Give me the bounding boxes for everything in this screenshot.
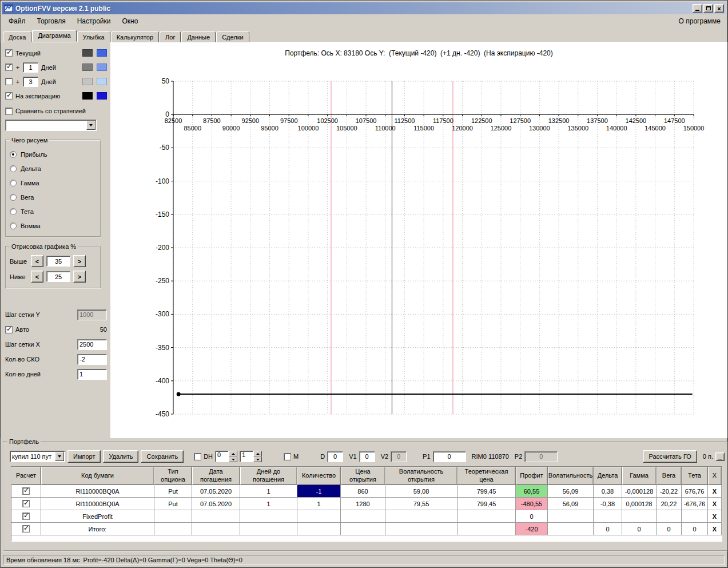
dh-checkbox[interactable]	[194, 453, 201, 460]
auto-label: Авто	[15, 326, 81, 333]
above-decrease-button[interactable]: <	[31, 255, 43, 267]
menu-settings[interactable]: Настройки	[71, 15, 117, 27]
tab-data[interactable]: Данные	[181, 31, 216, 42]
menu-file[interactable]: Файл	[3, 15, 31, 27]
spin-up-icon[interactable]	[253, 451, 262, 456]
sko-count-input[interactable]	[77, 354, 107, 365]
series-plus1-days-input[interactable]	[23, 62, 38, 73]
row-calc-checkbox-cell[interactable]	[11, 523, 41, 535]
menu-bar: ФайлТорговляНастройкиОкно О программе	[1, 14, 727, 28]
radio-vega-label[interactable]: Вега	[21, 194, 34, 201]
close-button[interactable]: ×	[714, 4, 724, 13]
series-plus3-checkbox[interactable]	[5, 78, 13, 85]
series-current-blue-swatch[interactable]	[97, 49, 107, 57]
series-expiry-gray-swatch[interactable]	[82, 92, 93, 100]
radio-profit[interactable]	[10, 151, 17, 158]
menu-trading[interactable]: Торговля	[31, 15, 71, 27]
series-expiry-checkbox[interactable]	[5, 92, 13, 100]
spin-down-icon[interactable]	[253, 456, 262, 462]
table-cell: Итого:	[41, 523, 154, 535]
import-button[interactable]: Импорт	[67, 450, 101, 463]
table-cell: -20,22	[657, 485, 682, 498]
row-calc-checkbox[interactable]	[22, 525, 30, 533]
v1-input[interactable]	[359, 451, 375, 462]
series-plus3-gray-swatch[interactable]	[82, 78, 93, 85]
col-header-13: Вега	[657, 467, 682, 485]
col-header-4: Дней до погашения	[240, 467, 297, 485]
menu-about[interactable]: О программе	[674, 15, 725, 27]
row-calc-checkbox-cell[interactable]	[11, 485, 41, 498]
compare-strategy-checkbox[interactable]	[5, 108, 13, 115]
strategy-compare-select[interactable]	[5, 120, 97, 131]
radio-vega[interactable]	[10, 194, 17, 201]
dropdown-arrow-icon[interactable]	[86, 121, 96, 130]
spin-up-icon[interactable]	[229, 451, 237, 456]
delete-row-button[interactable]: X	[708, 498, 722, 510]
series-expiry-blue-swatch[interactable]	[97, 92, 107, 100]
tab-trades[interactable]: Сделки	[216, 31, 249, 42]
radio-theta[interactable]	[10, 208, 17, 215]
delete-row-button[interactable]: X	[708, 523, 722, 535]
radio-vomma-label[interactable]: Вомма	[21, 223, 41, 229]
svg-text:107500: 107500	[356, 117, 377, 124]
radio-delta-label[interactable]: Дельта	[21, 165, 41, 172]
below-decrease-button[interactable]: <	[31, 271, 43, 283]
m-checkbox[interactable]	[284, 453, 291, 460]
tab-log[interactable]: Лог	[160, 31, 181, 42]
dropdown-arrow-icon[interactable]	[55, 452, 64, 461]
auto-checkbox[interactable]	[5, 326, 13, 333]
d-input[interactable]	[327, 451, 343, 462]
radio-gamma-label[interactable]: Гамма	[21, 180, 39, 186]
radio-gamma[interactable]	[10, 180, 17, 186]
tab-smile[interactable]: Улыбка	[77, 31, 110, 42]
row-calc-checkbox-cell[interactable]	[11, 510, 41, 523]
grid-step-x-label: Шаг сетки X	[5, 341, 77, 348]
delete-row-button[interactable]: X	[708, 485, 722, 498]
grid-step-x-input[interactable]	[77, 339, 107, 350]
dh-spinner-2[interactable]: 1	[240, 451, 262, 462]
radio-delta[interactable]	[10, 165, 17, 172]
days-count-input[interactable]	[77, 369, 107, 380]
tab-diagram[interactable]: Диаграмма	[32, 30, 76, 42]
spin-down-icon[interactable]	[229, 456, 237, 462]
delete-button[interactable]: Удалить	[103, 450, 138, 463]
tab-board[interactable]: Доска	[3, 31, 31, 42]
radio-vomma[interactable]	[10, 223, 17, 229]
radio-theta-label[interactable]: Тета	[21, 208, 34, 215]
col-header-8: Теоретическая цена	[458, 467, 516, 485]
dh-spinner-1[interactable]: 0	[215, 451, 237, 462]
quantity-cell-selected[interactable]: -1	[297, 485, 341, 498]
row-calc-checkbox-cell[interactable]	[11, 498, 41, 510]
table-cell	[192, 510, 240, 523]
series-plus1-gray-swatch[interactable]	[82, 63, 93, 71]
row-calc-checkbox[interactable]	[22, 500, 30, 507]
above-percent-input[interactable]	[46, 256, 70, 267]
tab-calculator[interactable]: Калькулятор	[111, 31, 159, 42]
p1-input[interactable]	[433, 451, 466, 462]
above-increase-button[interactable]: >	[73, 255, 86, 267]
portfolio-chart[interactable]: 500-50-100-150-200-250-300-350-400-45082…	[110, 64, 725, 435]
minimized-window-button[interactable]: _	[715, 452, 725, 461]
series-plus3-days-input[interactable]	[23, 77, 38, 87]
series-plus1-blue-swatch[interactable]	[97, 63, 107, 71]
delete-row-button[interactable]: X	[708, 510, 722, 523]
row-calc-checkbox[interactable]	[22, 513, 30, 520]
calc-margin-button[interactable]: Рассчитать ГО	[643, 450, 697, 463]
table-cell: -0,000128	[622, 485, 657, 498]
below-percent-input[interactable]	[46, 271, 70, 282]
menu-window[interactable]: Окно	[117, 15, 144, 27]
series-plus3-blue-swatch[interactable]	[97, 78, 107, 85]
save-button[interactable]: Сохранить	[141, 450, 184, 463]
table-cell	[682, 510, 708, 523]
strategy-select[interactable]: купил 110 пут	[10, 451, 65, 462]
minimize-button[interactable]	[693, 4, 702, 13]
svg-text:85000: 85000	[184, 125, 201, 132]
series-current-checkbox[interactable]	[5, 49, 13, 57]
below-increase-button[interactable]: >	[73, 271, 86, 283]
series-plus1-checkbox[interactable]	[5, 63, 13, 71]
svg-text:117500: 117500	[433, 117, 453, 124]
radio-profit-label[interactable]: Прибыль	[21, 151, 47, 158]
series-current-gray-swatch[interactable]	[82, 49, 93, 57]
row-calc-checkbox[interactable]	[22, 487, 30, 495]
maximize-button[interactable]	[703, 4, 713, 13]
